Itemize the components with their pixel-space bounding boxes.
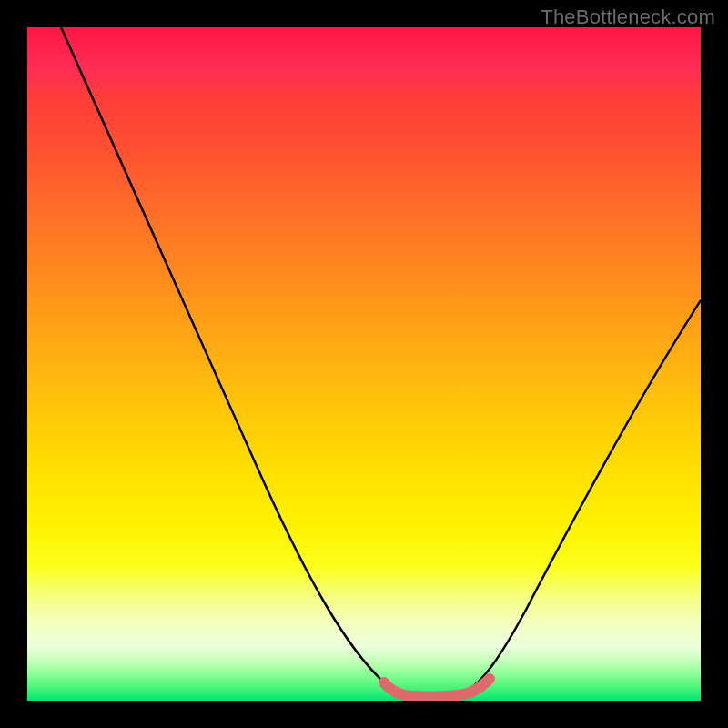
bottleneck-curve [27, 27, 701, 701]
watermark-text: TheBottleneck.com [541, 5, 715, 29]
curve-path [61, 27, 701, 696]
flat-bottom-highlight [384, 679, 490, 697]
chart-frame: TheBottleneck.com [0, 0, 728, 728]
plot-area [27, 27, 701, 701]
